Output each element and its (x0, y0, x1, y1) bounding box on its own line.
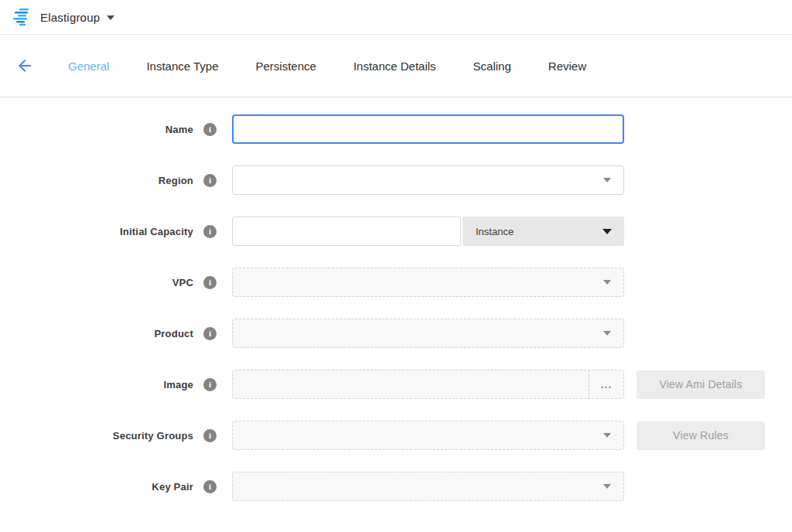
product-select (232, 319, 624, 348)
general-form: Name i Region i Initial Capacity i Insta… (0, 97, 792, 501)
chevron-down-icon (603, 433, 611, 438)
info-icon[interactable]: i (203, 225, 217, 238)
form-row-key-pair: Key Pair i (0, 472, 792, 501)
product-label: Product (0, 328, 193, 339)
info-icon[interactable]: i (203, 123, 217, 136)
image-picker: ... (232, 370, 624, 399)
security-groups-label: Security Groups (0, 430, 193, 442)
image-picker-value (233, 370, 589, 398)
tab-scaling[interactable]: Scaling (455, 60, 530, 73)
info-icon[interactable]: i (203, 378, 217, 391)
chevron-down-icon (603, 280, 611, 285)
form-row-vpc: VPC i (0, 268, 792, 297)
name-input[interactable] (232, 114, 624, 144)
back-button[interactable] (0, 56, 50, 75)
vpc-label: VPC (0, 277, 193, 288)
capacity-unit-value: Instance (476, 226, 514, 237)
info-icon[interactable]: i (203, 429, 217, 442)
app-title[interactable]: Elastigroup (40, 11, 100, 24)
wizard-tab-bar: General Instance Type Persistence Instan… (0, 35, 792, 97)
info-icon[interactable]: i (203, 276, 217, 289)
form-row-region: Region i (0, 165, 792, 195)
image-label: Image (0, 379, 193, 390)
tab-persistence[interactable]: Persistence (237, 60, 335, 73)
security-groups-select (232, 421, 624, 450)
capacity-unit-select[interactable]: Instance (463, 217, 624, 246)
elastigroup-logo-icon (12, 8, 32, 26)
chevron-down-icon (603, 178, 611, 182)
form-row-name: Name i (0, 114, 792, 144)
form-row-security-groups: Security Groups i View Rules (0, 421, 792, 450)
chevron-down-icon[interactable] (107, 15, 114, 20)
region-label: Region (0, 175, 193, 186)
form-row-image: Image i ... View Ami Details (0, 370, 792, 399)
tab-general[interactable]: General (50, 60, 128, 73)
name-label: Name (0, 124, 193, 135)
key-pair-select (232, 472, 624, 501)
chevron-down-icon (603, 229, 612, 234)
tab-review[interactable]: Review (530, 60, 605, 73)
view-ami-details-button: View Ami Details (637, 370, 765, 399)
info-icon[interactable]: i (203, 327, 217, 340)
tab-instance-details[interactable]: Instance Details (335, 60, 455, 73)
initial-capacity-input[interactable] (232, 217, 461, 246)
vpc-select (232, 268, 624, 297)
app-header: Elastigroup (0, 0, 792, 35)
key-pair-label: Key Pair (0, 481, 193, 493)
tab-instance-type[interactable]: Instance Type (128, 60, 237, 73)
region-select[interactable] (232, 165, 624, 195)
initial-capacity-label: Initial Capacity (0, 226, 193, 237)
arrow-left-icon (15, 56, 34, 75)
info-icon[interactable]: i (203, 480, 217, 493)
image-browse-button: ... (589, 370, 623, 398)
form-row-initial-capacity: Initial Capacity i Instance (0, 217, 792, 246)
chevron-down-icon (603, 331, 611, 336)
tabs: General Instance Type Persistence Instan… (50, 60, 605, 73)
view-rules-button: View Rules (637, 421, 765, 450)
form-row-product: Product i (0, 319, 792, 348)
info-icon[interactable]: i (203, 174, 217, 187)
chevron-down-icon (603, 484, 611, 489)
